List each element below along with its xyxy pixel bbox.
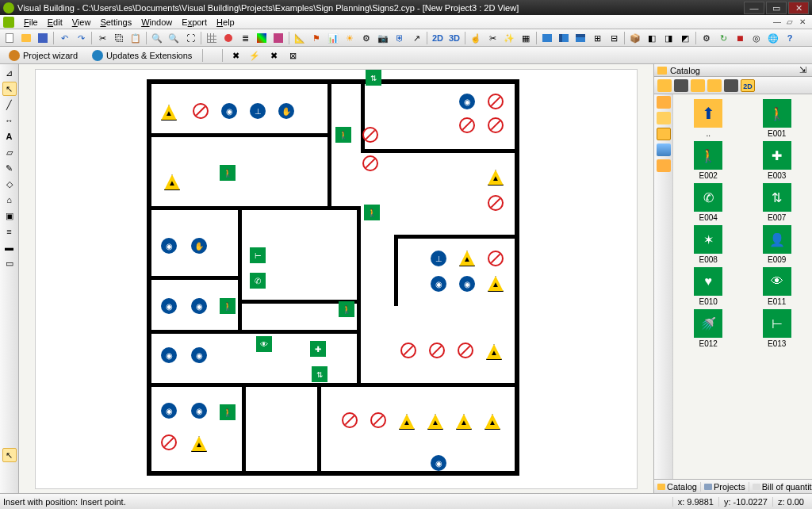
sign-warn-6[interactable]: ▲	[486, 344, 502, 360]
tool-layers[interactable]: ≣	[237, 31, 253, 45]
floorplan-canvas[interactable]: ⇅ ▲ ◉ ⊥ ✋ ◉ 🚶 ▲ ▲ 🚶 🚶 ◉ ✋ ⊢	[35, 69, 638, 489]
tool-scissors[interactable]: ✂	[485, 31, 500, 45]
ltool-select[interactable]: ↖	[2, 82, 17, 96]
tool-ring[interactable]: ◎	[749, 31, 764, 45]
sign-prohib-6[interactable]	[362, 155, 378, 171]
catalog-item-E013[interactable]: ⊢E013	[747, 309, 808, 348]
tool-redo[interactable]: ↷	[73, 31, 89, 45]
mdi-restore[interactable]: ▱	[783, 17, 796, 28]
catalog-item-E012[interactable]: 🚿E012	[678, 309, 739, 348]
sign-prohib-12[interactable]	[342, 412, 358, 428]
ltool-expand[interactable]: ⊿	[2, 66, 17, 80]
tool-shield[interactable]: ⛨	[392, 31, 408, 45]
sign-prohib-10[interactable]	[429, 343, 445, 358]
sign-warn-11[interactable]: ▲	[191, 436, 207, 452]
sign-warn-9[interactable]: ▲	[456, 414, 472, 430]
minimize-button[interactable]: —	[744, 2, 764, 14]
ltool-text[interactable]: A	[2, 129, 17, 144]
mini-tool-1[interactable]: ✖	[228, 48, 243, 63]
sign-warn-4[interactable]: ▲	[459, 251, 475, 266]
sign-eye[interactable]: 👁	[256, 336, 272, 352]
sign-firstaid-2[interactable]: ✚	[310, 341, 326, 357]
tool-chart[interactable]: 📊	[325, 31, 341, 45]
sign-prohib-3[interactable]	[459, 117, 475, 133]
tool-box1[interactable]: 📦	[627, 31, 643, 45]
tool-win4[interactable]: ⊞	[589, 31, 605, 45]
sign-mand-16[interactable]: ◉	[431, 455, 446, 471]
catalog-item-E003[interactable]: ✚E003	[747, 141, 808, 180]
ltool-pointer[interactable]: ↖	[2, 448, 17, 462]
cat-side-3[interactable]	[657, 128, 671, 140]
sign-mand-6[interactable]: ✋	[191, 238, 207, 254]
sign-prohib-14[interactable]	[161, 434, 177, 450]
sign-mand-4[interactable]: ◉	[459, 94, 475, 109]
menu-settings[interactable]: Settings	[95, 17, 136, 28]
project-wizard-button[interactable]: Project wizard	[3, 48, 83, 63]
menu-file[interactable]: File	[19, 17, 43, 28]
tool-3d[interactable]: 3D	[446, 31, 462, 45]
ltool-column[interactable]: ▬	[2, 240, 17, 254]
sign-mand-13[interactable]: ◉	[191, 347, 207, 363]
tool-zoomout[interactable]: 🔍	[166, 31, 182, 45]
tool-tiles[interactable]: ▦	[518, 31, 534, 45]
sign-prohib-11[interactable]	[458, 343, 473, 358]
sign-mand-8[interactable]: ◉	[431, 276, 446, 292]
sign-exit-5[interactable]: 🚶	[339, 301, 354, 317]
ltool-stair[interactable]: ≡	[2, 224, 17, 239]
tool-flag[interactable]: ⚑	[308, 31, 324, 45]
sign-firstaid-1[interactable]: ⊢	[250, 247, 266, 263]
sign-warn-5[interactable]: ▲	[488, 276, 504, 292]
tool-wand[interactable]: ✨	[501, 31, 517, 45]
tool-box2[interactable]: ◧	[644, 31, 660, 45]
sign-phone[interactable]: ✆	[250, 273, 266, 289]
tab-catalog[interactable]: Catalog	[654, 482, 701, 492]
tool-save[interactable]	[35, 31, 51, 45]
tool-win1[interactable]	[539, 31, 555, 45]
tool-pick[interactable]: ☝	[468, 31, 484, 45]
menu-window[interactable]: Window	[136, 17, 177, 28]
sign-prohib-1[interactable]	[193, 103, 209, 119]
sign-exit-3[interactable]: 🚶	[364, 205, 380, 220]
sign-exit-1[interactable]: 🚶	[335, 127, 351, 143]
catalog-item-E007[interactable]: ⇅E007	[747, 183, 808, 222]
catalog-item-E008[interactable]: ✶E008	[678, 225, 739, 264]
sign-warn-7[interactable]: ▲	[399, 414, 415, 430]
sign-prohib-9[interactable]	[400, 343, 416, 358]
sign-warn-fire[interactable]: ▲	[161, 105, 177, 121]
tool-undo[interactable]: ↶	[56, 31, 72, 45]
sign-exit-6[interactable]: 🚶	[220, 404, 236, 420]
catalog-item-up[interactable]: ⬆ ..	[678, 99, 739, 138]
ltool-roof[interactable]: ⌂	[2, 193, 17, 207]
catalog-item-E001[interactable]: 🚶E001	[747, 99, 808, 138]
updates-button[interactable]: Updates & Extensions	[86, 48, 197, 63]
cat-tb-2[interactable]	[691, 79, 705, 92]
tab-bill[interactable]: Bill of quantiti...	[749, 482, 812, 492]
sign-prohib-2[interactable]	[488, 94, 504, 109]
menu-edit[interactable]: Edit	[43, 17, 67, 28]
ltool-beam[interactable]: ▭	[2, 256, 17, 270]
tool-snap[interactable]	[220, 31, 236, 45]
sign-mand-7[interactable]: ⊥	[431, 251, 446, 266]
tool-gear2[interactable]: ⚙	[699, 31, 714, 45]
sign-mand-11[interactable]: ◉	[191, 298, 207, 314]
close-button[interactable]: ✕	[788, 2, 809, 14]
pin-icon[interactable]: ⇲	[799, 65, 809, 75]
canvas-area[interactable]: ⇅ ▲ ◉ ⊥ ✋ ◉ 🚶 ▲ ▲ 🚶 🚶 ◉ ✋ ⊢	[19, 64, 653, 493]
catalog-item-E010[interactable]: ♥E010	[678, 267, 739, 306]
sign-assembly[interactable]: ⇅	[366, 70, 381, 86]
sign-mand-12[interactable]: ◉	[161, 347, 177, 363]
tool-arrow[interactable]: ↗	[408, 31, 424, 45]
tool-paste[interactable]: 📋	[128, 31, 144, 45]
mdi-minimize[interactable]: —	[771, 17, 783, 28]
mdi-close[interactable]: ✕	[796, 17, 809, 28]
sign-prohib-13[interactable]	[370, 412, 386, 428]
sign-exit-2[interactable]: 🚶	[220, 165, 236, 181]
mini-tool-3[interactable]: ✖	[266, 48, 282, 63]
tool-new[interactable]	[2, 31, 17, 45]
cat-tb-3[interactable]	[707, 79, 722, 92]
catalog-item-E004[interactable]: ✆E004	[678, 183, 739, 222]
tool-zoomin[interactable]: 🔍	[149, 31, 165, 45]
cat-tb-1[interactable]	[674, 79, 688, 92]
ltool-draw[interactable]: ✎	[2, 161, 17, 175]
sign-mand-5[interactable]: ◉	[161, 238, 177, 254]
